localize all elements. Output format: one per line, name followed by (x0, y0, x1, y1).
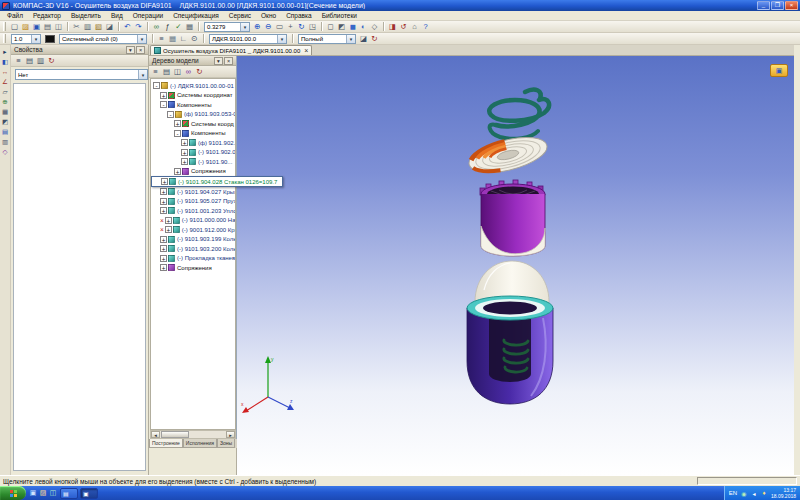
help-icon[interactable]: ? (420, 21, 431, 32)
viewport-3d[interactable]: y x z ▣ (237, 56, 794, 475)
detail-level-combo[interactable]: Полный▾ (298, 34, 356, 44)
tree-item[interactable]: +Сопряжения (151, 167, 235, 177)
tree-item[interactable]: +(-) 9101.903.199 Коль (151, 235, 235, 245)
expander-icon[interactable]: - (174, 130, 181, 137)
tray-shield-icon[interactable]: ◉ (740, 489, 748, 497)
rotate-view-icon[interactable]: ↻ (296, 21, 307, 32)
save-icon[interactable]: ▣ (31, 21, 42, 32)
sketch-tool-icon[interactable]: ◇ (1, 147, 10, 156)
expander-icon[interactable]: + (160, 92, 167, 99)
snap-icon[interactable]: ⊙ (189, 33, 200, 44)
shaded-icon[interactable]: ◼ (347, 21, 358, 32)
props-refresh-icon[interactable]: ↻ (46, 55, 57, 66)
chevron-down-icon[interactable]: ▾ (31, 35, 40, 43)
perspective-icon[interactable]: ◇ (369, 21, 380, 32)
scroll-right-icon[interactable]: ▸ (226, 431, 235, 438)
tree-item[interactable]: -(ф) 9101.903.053-01 К (151, 110, 235, 120)
expander-icon[interactable]: + (160, 264, 167, 271)
zoom-out-icon[interactable]: ⊖ (263, 21, 274, 32)
expander-icon[interactable]: + (160, 198, 167, 205)
grid-icon[interactable]: ▦ (167, 33, 178, 44)
quick-launch-1-icon[interactable]: ▣ (28, 488, 38, 498)
tree-item[interactable]: +(-) 9101.904.027 Крыш (151, 187, 235, 197)
dimensions-tool-icon[interactable]: ↔ (1, 67, 10, 76)
editing-tool-icon[interactable]: ▱ (1, 87, 10, 96)
refresh-icon[interactable]: ↻ (369, 33, 380, 44)
menu-item-6[interactable]: Сервис (224, 12, 256, 19)
zoom-combo[interactable]: 0.3279▾ (204, 22, 250, 32)
cut-icon[interactable]: ✂ (71, 21, 82, 32)
expander-icon[interactable]: + (160, 236, 167, 243)
tree-item[interactable]: ×+(-) 9001.912.000 Кры (151, 225, 235, 235)
tree-item[interactable]: +(-) 9101.904.028 Стакан 0126=109.7 (151, 176, 283, 187)
filters-tool-icon[interactable]: ◩ (1, 117, 10, 126)
menu-item-0[interactable]: Файл (2, 12, 28, 19)
specification-tool-icon[interactable]: ▤ (1, 127, 10, 136)
copy-icon[interactable]: ▥ (82, 21, 93, 32)
part-housing[interactable] (467, 296, 553, 404)
expander-icon[interactable]: + (181, 158, 188, 165)
expander-icon[interactable]: + (174, 168, 181, 175)
measure-tool-icon[interactable]: ▦ (1, 107, 10, 116)
expander-icon[interactable]: + (160, 188, 167, 195)
tab-close-icon[interactable]: × (304, 48, 308, 54)
tree-item[interactable]: ×+(-) 9101.000.000 Нас (151, 216, 235, 226)
menu-item-5[interactable]: Спецификация (168, 12, 224, 19)
expander-icon[interactable]: + (160, 245, 167, 252)
quick-launch-2-icon[interactable]: ▨ (38, 488, 48, 498)
hyperlink-icon[interactable]: ∞ (151, 21, 162, 32)
scroll-left-icon[interactable]: ◂ (151, 431, 160, 438)
minimize-button[interactable]: _ (757, 1, 770, 10)
props-tree-icon[interactable]: ≡ (13, 55, 24, 66)
language-indicator[interactable]: EN (729, 490, 737, 496)
print-icon[interactable]: ▤ (42, 21, 53, 32)
expander-icon[interactable]: + (174, 120, 181, 127)
chevron-down-icon[interactable]: ▾ (277, 35, 286, 43)
reports-tool-icon[interactable]: ▥ (1, 137, 10, 146)
orientation-icon[interactable]: ⌂ (409, 21, 420, 32)
tree-item[interactable]: -Компоненты (151, 129, 235, 139)
menu-item-8[interactable]: Справка (281, 12, 317, 19)
panel-menu-icon[interactable]: ▾ (126, 46, 135, 54)
tree-tab-0[interactable]: Построение (149, 439, 183, 448)
variables-icon[interactable]: ƒ (162, 21, 173, 32)
tree-menu-icon[interactable]: ▾ (214, 57, 223, 65)
new-document-icon[interactable]: ▢ (9, 21, 20, 32)
expander-icon[interactable]: + (165, 226, 172, 233)
color-swatch[interactable] (45, 35, 55, 43)
quick-launch-3-icon[interactable]: ◫ (48, 488, 58, 498)
document-tab[interactable]: Осушитель воздуха DIFA9101 _ ЛДКЯ.9101.0… (150, 45, 312, 55)
tree-item[interactable]: -Компоненты (151, 100, 235, 110)
tree-item[interactable]: +(-) 9101.001.203 Уплс (151, 206, 235, 216)
tree-item[interactable]: +(-) 9101.902.0 (151, 148, 235, 158)
tree-extra-window-icon[interactable]: ◫ (172, 66, 183, 77)
model-3d[interactable]: y x z (237, 56, 794, 475)
expander-icon[interactable]: - (160, 101, 167, 108)
menu-item-1[interactable]: Редактор (28, 12, 66, 19)
chevron-down-icon[interactable]: ▾ (137, 35, 146, 43)
copy-properties-icon[interactable]: ◪ (104, 21, 115, 32)
part-cover[interactable] (480, 180, 545, 256)
parameterization-tool-icon[interactable]: ⊕ (1, 97, 10, 106)
expander-icon[interactable]: + (161, 178, 168, 185)
panel-close-icon[interactable]: × (136, 46, 145, 54)
tree-tab-2[interactable]: Зоны (217, 439, 235, 448)
tree-relations-icon[interactable]: ∞ (183, 66, 194, 77)
tree-close-icon[interactable]: × (224, 57, 233, 65)
layer-combo[interactable]: Системный слой (0)▾ (59, 34, 147, 44)
props-category-icon[interactable]: ▤ (24, 55, 35, 66)
menu-item-2[interactable]: Выделить (66, 12, 106, 19)
tree-item[interactable]: +Сопряжения (151, 263, 235, 273)
expander-icon[interactable]: + (160, 255, 167, 262)
tree-item[interactable]: +Системы координат (151, 91, 235, 101)
tray-volume-icon[interactable]: ◂ (750, 489, 758, 497)
zoom-in-icon[interactable]: ⊕ (252, 21, 263, 32)
chevron-down-icon[interactable]: ▾ (240, 23, 249, 31)
rebuild-icon[interactable]: ↺ (398, 21, 409, 32)
chevron-down-icon[interactable]: ▾ (138, 70, 147, 79)
tree-item[interactable]: +(ф) 9101.902... (151, 138, 235, 148)
menu-item-4[interactable]: Операции (128, 12, 168, 19)
expander-icon[interactable]: - (167, 111, 174, 118)
spell-check-icon[interactable]: ✓ (173, 21, 184, 32)
tree-item[interactable]: +(-) Прокладка тканев (151, 254, 235, 264)
